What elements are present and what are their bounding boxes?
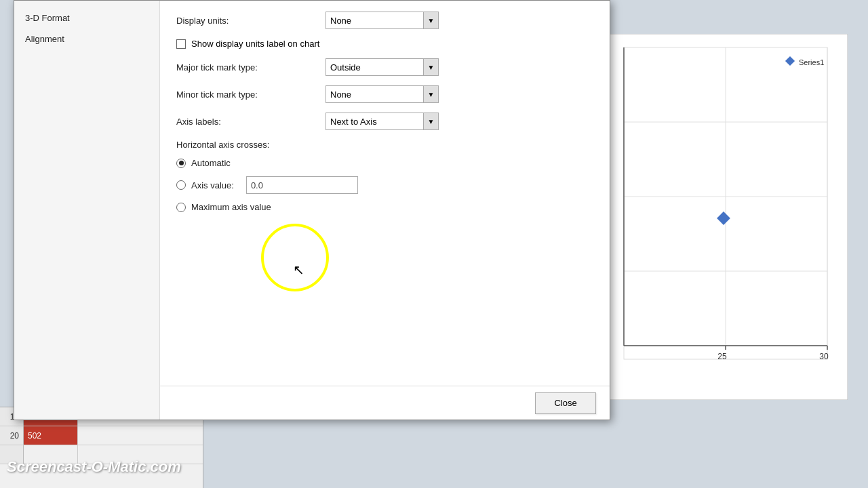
watermark: Screencast-O-Matic.com xyxy=(7,458,181,476)
row-number-20: 20 xyxy=(0,426,24,445)
axis-labels-row: Axis labels: Next to Axis ▼ xyxy=(176,113,593,130)
cell-20-1: 502 xyxy=(24,426,78,445)
automatic-label: Automatic xyxy=(191,158,231,168)
major-tick-control: Outside ▼ xyxy=(326,58,439,76)
dialog-main-content: Display units: None ▼ Show display units… xyxy=(160,1,610,420)
display-units-row: Display units: None ▼ xyxy=(176,12,593,29)
major-tick-dropdown[interactable]: Outside xyxy=(326,58,424,76)
axis-value-label: Axis value: xyxy=(191,180,234,190)
maximum-axis-radio[interactable] xyxy=(176,203,186,212)
spreadsheet-row-20: 20 502 xyxy=(0,426,203,445)
axis-labels-control: Next to Axis ▼ xyxy=(326,113,439,130)
chart-svg: 25 30 Series1 xyxy=(604,34,848,400)
minor-tick-label: Minor tick mark type: xyxy=(176,89,326,100)
axis-value-input[interactable] xyxy=(246,176,358,194)
svg-text:25: 25 xyxy=(717,352,727,361)
axis-value-radio[interactable] xyxy=(176,180,186,190)
major-tick-row: Major tick mark type: Outside ▼ xyxy=(176,58,593,76)
automatic-radio[interactable] xyxy=(176,159,186,168)
show-units-checkbox[interactable] xyxy=(176,39,186,49)
minor-tick-arrow[interactable]: ▼ xyxy=(424,85,439,103)
sidebar-item-3d-format[interactable]: 3-D Format xyxy=(14,7,159,28)
sidebar-item-alignment[interactable]: Alignment xyxy=(14,28,159,49)
display-units-arrow[interactable]: ▼ xyxy=(424,12,439,29)
format-axis-dialog: 3-D Format Alignment Display units: None… xyxy=(14,0,610,420)
axis-labels-dropdown[interactable]: Next to Axis xyxy=(326,113,424,130)
automatic-radio-row: Automatic xyxy=(176,158,593,168)
display-units-control: None ▼ xyxy=(326,12,439,29)
close-button[interactable]: Close xyxy=(535,392,596,414)
minor-tick-control: None ▼ xyxy=(326,85,439,103)
axis-labels-arrow[interactable]: ▼ xyxy=(424,113,439,130)
chart-panel: 25 30 Series1 xyxy=(604,34,848,400)
maximum-axis-label: Maximum axis value xyxy=(191,202,271,212)
svg-text:Series1: Series1 xyxy=(799,58,824,66)
display-units-dropdown[interactable]: None xyxy=(326,12,424,29)
major-tick-arrow[interactable]: ▼ xyxy=(424,58,439,76)
dialog-footer: Close xyxy=(160,386,610,420)
dialog-sidebar: 3-D Format Alignment xyxy=(14,1,160,420)
show-units-label: Show display units label on chart xyxy=(191,39,319,49)
show-units-label-row: Show display units label on chart xyxy=(176,39,593,49)
minor-tick-row: Minor tick mark type: None ▼ xyxy=(176,85,593,103)
maximum-axis-radio-row: Maximum axis value xyxy=(176,202,593,212)
minor-tick-dropdown[interactable]: None xyxy=(326,85,424,103)
svg-text:30: 30 xyxy=(819,352,829,361)
axis-value-radio-row: Axis value: xyxy=(176,176,593,194)
major-tick-label: Major tick mark type: xyxy=(176,62,326,73)
axis-labels-label: Axis labels: xyxy=(176,117,326,127)
horizontal-axis-crosses-header: Horizontal axis crosses: xyxy=(176,140,593,150)
display-units-label: Display units: xyxy=(176,16,326,26)
